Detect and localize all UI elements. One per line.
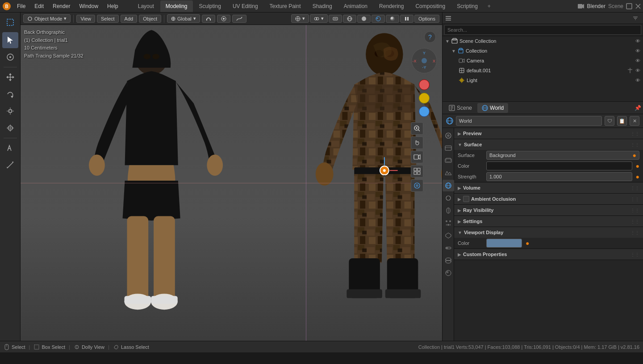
tab-animation[interactable]: Animation [338,0,373,12]
help-button[interactable]: ? [424,31,436,43]
tab-sculpting[interactable]: Sculpting [194,0,226,12]
settings-header[interactable]: ▶ Settings ⋮⋮ [454,216,643,227]
tab-rendering[interactable]: Rendering [374,0,409,12]
tab-modeling[interactable]: Modeling [160,0,193,12]
rotate-tool[interactable] [2,86,18,102]
props-physics-icon[interactable] [443,230,454,241]
transform-space-dropdown[interactable]: Global ▾ [167,14,200,23]
menu-render[interactable]: Render [49,2,74,10]
world-close-btn[interactable]: ✕ [630,116,639,126]
props-modifier-icon[interactable] [443,205,454,216]
orbit-gizmo[interactable]: Y -Y -X X [411,47,438,74]
world-shield-btn[interactable]: 🛡 [605,116,614,126]
add-menu[interactable]: Add [121,15,138,23]
hand-tool-btn[interactable] [411,136,423,149]
options-btn[interactable]: Options [414,15,439,23]
props-material-icon[interactable] [443,267,454,279]
outliner-search-input[interactable] [444,25,641,35]
select-tool[interactable] [2,49,18,65]
measure-tool[interactable] [2,157,18,173]
preview-header[interactable]: ▶ Preview ⋮⋮ [454,128,643,139]
collection-visibility[interactable]: 👁 [635,48,640,54]
material-btn[interactable] [372,15,385,23]
outliner-default001[interactable]: default.001 👁 [443,66,643,75]
ray-visibility-header[interactable]: ▶ Ray Visibility ⋮⋮ [454,205,643,215]
transform-tool[interactable] [2,120,18,136]
props-particles-icon[interactable] [443,217,454,229]
close-window-icon[interactable] [635,3,641,9]
grid-view-btn[interactable] [411,165,423,178]
tab-layout[interactable]: Layout [133,0,159,12]
cp-header[interactable]: ▶ Custom Properties ⋮⋮ [454,249,643,260]
volume-header[interactable]: ▶ Volume ⋮⋮ [454,182,643,193]
light-visibility[interactable]: 👁 [635,78,640,83]
tab-scripting[interactable]: Scripting [451,0,483,12]
surface-type-dropdown[interactable]: Background ● [486,151,639,160]
props-constraints-icon[interactable] [443,242,454,254]
select-menu[interactable]: Select [97,15,119,23]
scale-tool[interactable] [2,103,18,119]
curve-btn[interactable] [232,15,246,23]
outliner-filter-btn[interactable] [630,13,640,23]
tab-shading[interactable]: Shading [307,0,338,12]
menu-window[interactable]: Window [75,2,102,10]
object-mode-dropdown[interactable]: Object Mode ▾ [23,14,71,23]
strength-input[interactable]: 1.000 [486,172,632,181]
viewport-overlays-btn[interactable]: ▾ [310,14,328,23]
outliner-collection[interactable]: ▼ Collection 👁 [443,46,643,56]
snap-btn[interactable] [202,15,215,23]
surface-header[interactable]: ▼ Surface ⋮⋮ [454,139,643,150]
scene-selector[interactable]: Blender [587,3,605,9]
props-render-icon[interactable] [443,130,454,141]
proportional-edit-btn[interactable] [217,15,230,23]
menu-help[interactable]: Help [104,2,122,10]
menu-edit[interactable]: Edit [31,2,47,10]
tab-compositing[interactable]: Compositing [410,0,451,12]
ao-header[interactable]: ▶ Ambient Occlusion ⋮⋮ [454,194,643,204]
outliner-light[interactable]: Light 👁 [443,75,643,85]
camera-view-btn[interactable] [411,151,423,163]
x-axis-indicator[interactable] [419,79,430,90]
render-preview-btn[interactable] [411,179,423,192]
visibility-icon[interactable]: 👁 [635,38,640,44]
pause-btn[interactable] [400,15,413,23]
tab-texture-paint[interactable]: Texture Paint [264,0,306,12]
maximize-icon[interactable] [626,3,632,9]
zoom-in-btn[interactable] [411,122,423,135]
world-tab[interactable]: World [477,103,508,113]
props-object-icon[interactable] [443,192,454,204]
vd-color-swatch[interactable] [486,239,522,248]
scene-tab[interactable]: Scene [444,103,476,113]
view-menu[interactable]: View [76,15,95,23]
ao-checkbox[interactable] [463,196,469,202]
world-browse-btn[interactable]: 📋 [617,116,627,126]
z-axis-indicator[interactable] [419,106,430,117]
rendered-btn[interactable] [386,15,399,23]
vd-header[interactable]: ▼ Viewport Display ⋮⋮ [454,227,643,238]
world-name-input[interactable] [456,116,602,126]
camera-visibility[interactable]: 👁 [635,58,640,63]
solid-btn[interactable] [357,15,371,23]
props-data-icon[interactable] [443,255,454,266]
select-box-tool[interactable] [2,14,18,30]
cursor-tool[interactable] [2,32,18,48]
viewport-canvas[interactable]: Back Orthographic (1) Collection | trial… [21,25,442,341]
props-output-icon[interactable] [443,142,454,154]
menu-file[interactable]: File [13,2,29,10]
object-menu[interactable]: Object [139,15,161,23]
default001-visibility[interactable]: 👁 [635,68,640,73]
pin-btn[interactable]: 📌 [635,105,641,111]
tab-uv-editing[interactable]: UV Editing [227,0,263,12]
props-world-icon[interactable] [443,180,454,191]
props-scene-icon[interactable] [443,167,454,179]
color-swatch[interactable] [486,161,632,170]
annotate-tool[interactable] [2,140,18,156]
wireframe-btn[interactable] [343,15,356,23]
outliner-scene-collection[interactable]: ▼ Scene Collection 👁 [443,36,643,46]
xray-btn[interactable] [329,15,342,23]
props-view-layer-icon[interactable] [443,155,454,166]
viewport-gizmos-btn[interactable]: ▾ [291,14,309,23]
y-axis-indicator[interactable] [419,93,430,103]
move-tool[interactable] [2,69,18,85]
add-workspace-btn[interactable]: + [484,2,494,10]
